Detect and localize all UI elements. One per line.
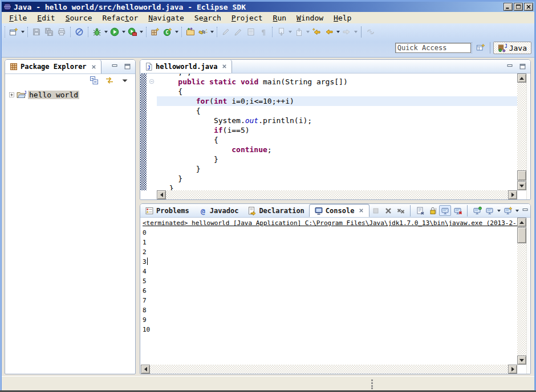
scroll-down-button[interactable] [517,181,526,190]
console-vertical-scrollbar[interactable] [517,218,526,365]
format-source-button [232,26,245,38]
remove-launch-button[interactable] [382,205,394,216]
debug-button[interactable] [91,26,103,38]
editor-horizontal-scrollbar[interactable] [157,190,517,199]
editor-area: J helloworld.java , , public static void… [140,59,531,200]
overview-ruler [526,74,530,199]
new-java-project-button[interactable] [149,26,161,38]
menu-edit[interactable]: Edit [32,13,60,23]
scroll-lock-button[interactable] [427,205,438,216]
scroll-right-button[interactable] [508,365,517,374]
scroll-left-button[interactable] [157,190,166,199]
fold-margin [147,74,157,190]
clear-console-button[interactable] [414,205,426,216]
run-button[interactable] [108,26,121,38]
quick-access-input[interactable]: Quick Access [395,43,471,53]
dropdown-arrow-icon[interactable] [139,26,144,38]
menu-refactor[interactable]: Refactor [98,13,144,23]
toolbar-separator [27,27,28,37]
minimize-console-button[interactable] [520,206,530,215]
search-button[interactable] [197,26,209,38]
show-console-on-stdout-button[interactable] [439,205,451,216]
back-button[interactable] [323,26,335,38]
menu-help[interactable]: Help [328,13,356,23]
dropdown-arrow-icon[interactable] [335,26,340,38]
minimize-window-button[interactable] [503,3,513,11]
remove-all-terminated-button[interactable] [395,205,407,216]
menu-search[interactable]: Search [189,13,226,23]
tree-item-hello-world[interactable]: Jhello world [6,89,134,100]
menu-project[interactable]: Project [226,13,268,23]
maximize-window-button[interactable] [514,3,523,11]
status-drag-handle[interactable] [371,379,373,381]
dropdown-arrow-icon[interactable] [103,26,108,38]
menu-file[interactable]: File [4,13,32,23]
code-editor[interactable]: , , public static void main(String args[… [157,74,517,190]
pin-console-button[interactable] [471,205,483,216]
dropdown-arrow-icon[interactable] [121,26,126,38]
open-type-button[interactable] [184,26,197,38]
scroll-up-button[interactable] [517,74,526,83]
dropdown-arrow-icon[interactable] [496,205,501,217]
editor-vertical-scrollbar[interactable] [517,74,526,190]
collapse-all-button[interactable] [89,75,99,85]
tab-helloworld-java[interactable]: J helloworld.java [140,60,232,73]
scroll-right-button[interactable] [508,190,517,199]
close-icon[interactable] [221,63,228,70]
toolbar-separator [70,27,71,37]
last-edit-location-button[interactable] [310,26,323,38]
tab-problems[interactable]: Problems [140,204,194,217]
close-icon[interactable] [358,207,364,214]
svg-text:C: C [165,30,168,35]
title-bar[interactable]: Java - hello world/src/helloworld.java -… [2,2,534,12]
svg-text:J: J [147,64,150,70]
scrollbar-thumb[interactable] [517,227,526,243]
display-selected-console-button[interactable] [484,205,496,216]
maximize-editor-button[interactable] [517,62,527,71]
open-perspective-button[interactable] [474,42,487,54]
scroll-down-button[interactable] [517,356,526,365]
minimize-editor-button[interactable] [505,62,515,71]
collapse-region-icon[interactable] [149,79,155,84]
scroll-left-button[interactable] [141,365,150,374]
tab-javadoc[interactable]: @Javadoc [194,204,243,217]
console-output-line: 6 [143,286,517,296]
code-line: } [157,154,517,164]
code-line: { [157,87,517,96]
console-body: <terminated> helloworld [Java Applicatio… [140,218,530,374]
external-tools-button[interactable] [126,26,139,38]
menu-source[interactable]: Source [60,13,98,23]
skip-all-breakpoints-button[interactable] [73,26,86,38]
minimize-view-button[interactable] [109,62,120,71]
scroll-up-button[interactable] [517,218,526,227]
maximize-view-button[interactable] [122,62,132,71]
new-wizard-button[interactable] [7,26,20,38]
link-with-editor-button[interactable] [104,75,115,85]
new-java-class-button[interactable]: C [161,26,174,38]
tab-package-explorer[interactable]: Package Explorer [5,60,101,74]
close-icon[interactable] [91,64,97,70]
tab-console[interactable]: Console [309,204,370,217]
menu-navigate[interactable]: Navigate [143,13,189,23]
expand-icon[interactable] [9,92,14,97]
menu-run[interactable]: Run [268,13,291,23]
show-console-on-stderr-button[interactable] [452,205,464,216]
open-console-button[interactable] [502,205,514,216]
java-perspective-button[interactable]: J Java [493,42,531,54]
dropdown-arrow-icon [287,26,293,38]
console-output-line: 2 [143,247,517,257]
dropdown-arrow-icon[interactable] [174,26,179,38]
close-window-button[interactable] [524,3,533,11]
console-output[interactable]: <terminated> helloworld [Java Applicatio… [143,218,517,365]
dropdown-arrow-icon[interactable] [514,205,519,217]
code-line: if(i==5) [157,125,517,135]
save-button [30,26,43,38]
view-menu-button[interactable] [120,75,130,85]
console-horizontal-scrollbar[interactable] [141,365,517,374]
menu-window[interactable]: Window [291,13,328,23]
dropdown-arrow-icon[interactable] [209,26,214,38]
tab-declaration[interactable]: Declaration [243,204,308,217]
toolbar-separator [217,27,217,37]
scrollbar-thumb[interactable] [517,170,526,181]
dropdown-arrow-icon[interactable] [20,26,25,38]
